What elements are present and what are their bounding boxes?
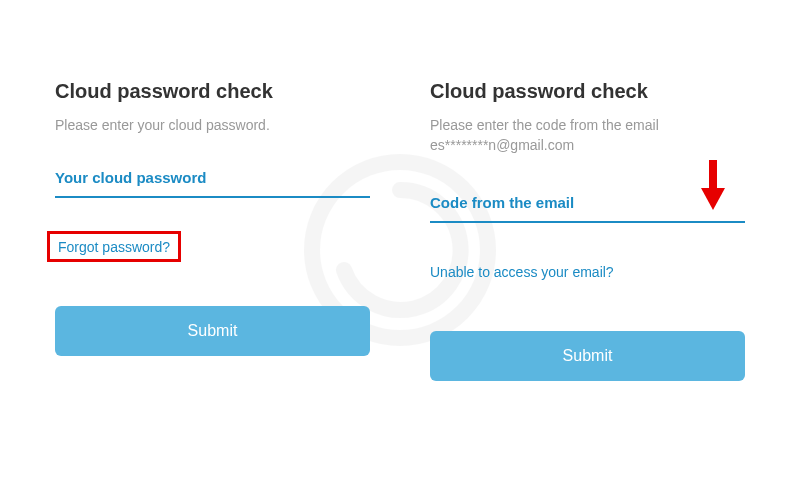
- page-title: Cloud password check: [430, 80, 745, 103]
- page-subtitle: Please enter the code from the email es*…: [430, 115, 745, 156]
- link-row: Forgot password?: [55, 238, 370, 256]
- link-row: Unable to access your email?: [430, 263, 745, 281]
- submit-button[interactable]: Submit: [430, 331, 745, 381]
- code-panel: Cloud password check Please enter the co…: [430, 80, 745, 381]
- submit-button[interactable]: Submit: [55, 306, 370, 356]
- password-panel: Cloud password check Please enter your c…: [55, 80, 370, 381]
- highlight-box: Forgot password?: [47, 231, 181, 262]
- forgot-password-link[interactable]: Forgot password?: [58, 239, 170, 255]
- cloud-password-input[interactable]: [55, 163, 370, 198]
- password-input-wrap: [55, 163, 370, 198]
- page-title: Cloud password check: [55, 80, 370, 103]
- page-subtitle: Please enter your cloud password.: [55, 115, 370, 135]
- email-code-input[interactable]: [430, 188, 745, 223]
- unable-access-email-link[interactable]: Unable to access your email?: [430, 264, 614, 280]
- svg-rect-1: [709, 160, 717, 190]
- code-input-wrap: [430, 188, 745, 223]
